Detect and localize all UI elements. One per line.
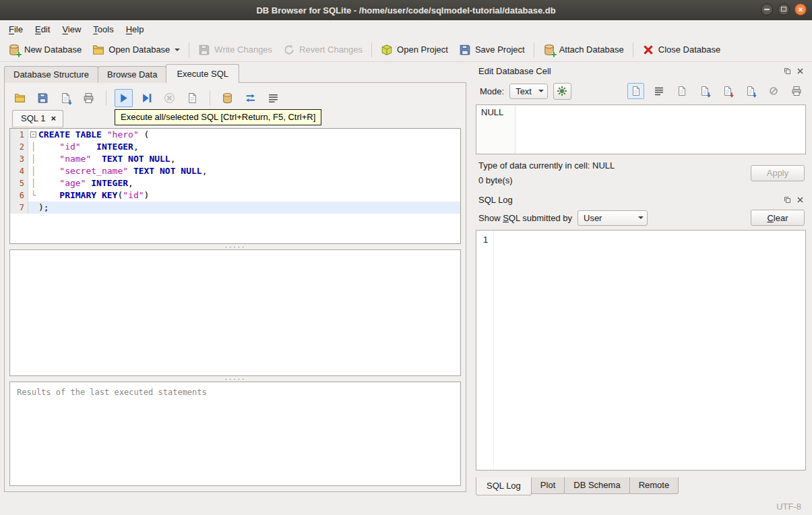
close-tab-icon[interactable]: × — [51, 115, 56, 123]
paste-cell-button[interactable] — [696, 83, 713, 99]
chevron-down-icon[interactable] — [175, 49, 180, 54]
close-panel-button[interactable] — [796, 195, 805, 204]
close-panel-button[interactable] — [796, 67, 805, 75]
chevron-down-icon — [638, 216, 644, 222]
cell-editor[interactable]: NULL — [476, 104, 806, 154]
editor-line[interactable]: 7); — [10, 202, 460, 214]
menu-edit[interactable]: Edit — [29, 22, 56, 37]
cell-editor-content[interactable] — [516, 105, 805, 154]
dock-tab-sql-log[interactable]: SQL Log — [476, 477, 532, 495]
fold-marker[interactable]: │ — [28, 165, 38, 177]
close-database-button[interactable]: Close Database — [637, 40, 726, 59]
sql-document-tab[interactable]: SQL 1 × — [12, 110, 63, 127]
code-line: "secret_name" TEXT NOT NULL, — [38, 165, 460, 177]
page-icon — [187, 92, 198, 104]
line-number: 1 — [10, 129, 28, 141]
menu-tools[interactable]: Tools — [87, 22, 119, 37]
save-sql-as-button[interactable] — [57, 89, 75, 107]
sql-editor[interactable]: 1-CREATE TABLE "hero" (2│ "id" INTEGER,3… — [9, 128, 461, 244]
fold-marker[interactable]: │ — [28, 141, 38, 153]
dock-tab-plot[interactable]: Plot — [531, 477, 565, 494]
apply-button: Apply — [751, 165, 805, 181]
tab-execute-sql[interactable]: Execute SQL — [166, 64, 239, 83]
editor-line[interactable]: 4│ "secret_name" TEXT NOT NULL, — [10, 165, 460, 177]
tab-database-structure[interactable]: Database Structure — [4, 66, 98, 83]
export-results-button[interactable] — [183, 89, 201, 107]
floppy-icon — [198, 44, 210, 56]
dock-tab-remote[interactable]: Remote — [629, 477, 679, 494]
execute-line-button[interactable] — [137, 89, 156, 107]
execute-all-button[interactable] — [115, 89, 133, 107]
sql-log-view[interactable]: 1 — [476, 230, 806, 471]
editor-line[interactable]: 6└ PRIMARY KEY("id") — [10, 189, 460, 202]
save-project-button[interactable]: Save Project — [454, 40, 530, 59]
find-replace-button[interactable] — [241, 89, 259, 107]
page-arrow-icon — [745, 86, 756, 96]
text-view-button[interactable] — [627, 83, 644, 99]
clear-log-button[interactable]: Clear — [751, 210, 805, 226]
swap-arrows-icon — [245, 92, 256, 104]
title-bar[interactable]: DB Browser for SQLite - /home/user/code/… — [0, 0, 812, 20]
editor-line[interactable]: 1-CREATE TABLE "hero" ( — [10, 129, 460, 141]
splitter-handle[interactable] — [9, 244, 461, 249]
fold-marker[interactable]: │ — [28, 153, 38, 165]
cell-icon-group — [577, 83, 805, 99]
dock-tab-db-schema[interactable]: DB Schema — [564, 477, 629, 494]
format-sql-button[interactable] — [264, 89, 282, 107]
mode-label: Mode: — [480, 86, 504, 96]
open-sql-file-button[interactable] — [11, 89, 29, 107]
justify-lines-icon — [654, 86, 664, 96]
maximize-button[interactable] — [778, 3, 790, 16]
printer-icon — [791, 86, 802, 96]
editor-line[interactable]: 2│ "id" INTEGER, — [10, 141, 460, 153]
menu-help[interactable]: Help — [120, 22, 150, 37]
menu-file[interactable]: File — [3, 22, 29, 37]
fold-marker[interactable]: └ — [28, 189, 38, 202]
fold-marker[interactable] — [28, 202, 38, 214]
left-panel: Database Structure Browse Data Execute S… — [4, 63, 466, 492]
code-line: "age" INTEGER, — [38, 177, 460, 189]
status-bar: UTF-8 — [0, 497, 812, 515]
fold-marker[interactable]: - — [28, 129, 38, 141]
cell-type-info: Type of data currently in cell: NULL — [478, 160, 751, 171]
import-cell-button[interactable] — [719, 83, 736, 99]
fold-marker[interactable]: │ — [28, 177, 38, 189]
editor-line[interactable]: 5│ "age" INTEGER, — [10, 177, 460, 189]
right-panel: Edit Database Cell Mode: Text — [476, 62, 806, 495]
open-database-button[interactable]: Open Database — [87, 40, 185, 59]
main-tab-bar: Database Structure Browse Data Execute S… — [4, 63, 466, 83]
attach-database-button[interactable]: Attach Database — [538, 40, 629, 59]
word-wrap-button[interactable] — [650, 83, 667, 99]
print-cell-button[interactable] — [788, 83, 805, 99]
log-filter-select[interactable]: User — [577, 210, 648, 226]
new-database-button[interactable]: New Database — [3, 40, 87, 59]
splitter-handle[interactable] — [9, 376, 461, 382]
set-null-button[interactable] — [765, 83, 782, 99]
float-panel-button[interactable] — [783, 195, 792, 204]
line-number: 5 — [10, 177, 28, 189]
print-sql-button[interactable] — [80, 89, 98, 107]
edit-cell-title: Edit Database Cell — [478, 66, 779, 76]
results-grid[interactable] — [9, 249, 461, 376]
export-cell-button[interactable] — [742, 83, 759, 99]
sql-log-dock-title: SQL Log — [476, 192, 806, 207]
mode-select[interactable]: Text — [509, 84, 548, 99]
float-panel-button[interactable] — [783, 67, 792, 75]
copy-cell-button[interactable] — [673, 83, 690, 99]
editor-line[interactable]: 3│ "name" TEXT NOT NULL, — [10, 153, 460, 165]
menu-view[interactable]: View — [56, 22, 87, 37]
sql-log-controls: Show SQL submitted by User Clear — [476, 207, 806, 229]
open-database-sql-button[interactable] — [218, 89, 237, 107]
maximize-icon — [781, 7, 786, 11]
log-filter-value: User — [584, 213, 602, 223]
dock-tab-bar: SQL Log Plot DB Schema Remote — [476, 477, 806, 495]
open-project-button[interactable]: Open Project — [375, 40, 454, 59]
close-window-button[interactable]: × — [794, 3, 807, 16]
chevron-down-icon — [538, 90, 544, 95]
tab-browse-data[interactable]: Browse Data — [98, 66, 166, 83]
save-project-label: Save Project — [475, 44, 525, 55]
minimize-button[interactable] — [761, 3, 773, 16]
save-sql-file-button[interactable] — [34, 89, 52, 107]
results-message-area[interactable]: Results of the last executed statements — [9, 382, 461, 486]
cell-settings-button[interactable] — [553, 83, 571, 100]
